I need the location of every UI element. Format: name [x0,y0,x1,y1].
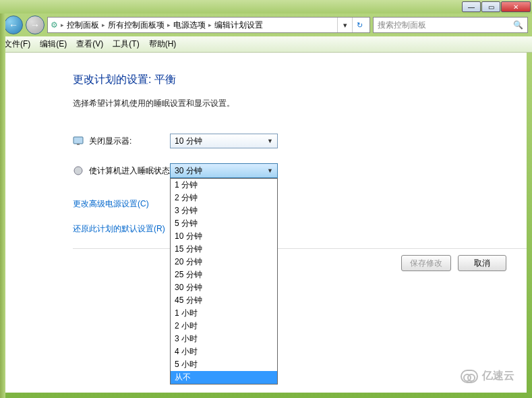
dropdown-option[interactable]: 3 分钟 [171,204,277,217]
advanced-settings-link[interactable]: 更改高级电源设置(C) [73,198,527,210]
dropdown-option[interactable]: 5 分钟 [171,217,277,230]
setting-row-sleep: 使计算机进入睡眠状态: 30 分钟 ▼ 1 分钟2 分钟3 分钟5 分钟10 分… [73,163,527,178]
moon-icon [73,165,84,176]
display-off-combo[interactable]: 10 分钟 ▼ [170,134,278,148]
address-bar[interactable]: ⚙ ▸ 控制面板 ▸ 所有控制面板项 ▸ 电源选项 ▸ 编辑计划设置 ▾ ↻ [47,17,370,33]
dropdown-option[interactable]: 2 分钟 [171,192,277,204]
setting-row-display: 关闭显示器: 10 分钟 ▼ [73,134,527,148]
dropdown-option[interactable]: 5 小时 [171,358,277,371]
dropdown-option[interactable]: 1 分钟 [171,179,277,192]
chevron-down-icon: ▼ [267,138,273,144]
save-button[interactable]: 保存修改 [401,255,451,271]
refresh-button[interactable]: ↻ [352,18,367,32]
dropdown-option[interactable]: 25 分钟 [171,268,277,281]
dropdown-option[interactable]: 2 小时 [171,320,277,333]
dropdown-option[interactable]: 10 分钟 [171,230,277,243]
dropdown-option[interactable]: 30 分钟 [171,281,277,294]
sleep-combo[interactable]: 30 分钟 ▼ 1 分钟2 分钟3 分钟5 分钟10 分钟15 分钟20 分钟2… [170,163,278,178]
search-input[interactable]: 搜索控制面板 🔍 [373,17,528,33]
navigation-row: ← → ⚙ ▸ 控制面板 ▸ 所有控制面板项 ▸ 电源选项 ▸ 编辑计划设置 ▾… [0,13,532,36]
svg-point-2 [74,167,82,175]
chevron-down-icon: ▼ [267,167,273,174]
search-icon[interactable]: 🔍 [513,20,523,30]
maximize-button[interactable]: ▭ [481,1,500,12]
dropdown-option[interactable]: 20 分钟 [171,256,277,268]
watermark: 亿速云 [461,369,514,383]
monitor-icon [73,136,84,146]
menu-tools[interactable]: 工具(T) [113,38,139,50]
menu-file[interactable]: 文件(F) [4,38,30,50]
close-button[interactable]: ✕ [501,1,531,12]
svg-rect-0 [73,137,83,144]
dropdown-option[interactable]: 15 分钟 [171,243,277,256]
menu-bar: 文件(F) 编辑(E) 查看(V) 工具(T) 帮助(H) [0,36,532,53]
search-placeholder: 搜索控制面板 [378,20,426,31]
menu-edit[interactable]: 编辑(E) [40,38,67,50]
menu-view[interactable]: 查看(V) [76,38,103,50]
dropdown-option[interactable]: 1 小时 [171,307,277,320]
menu-help[interactable]: 帮助(H) [149,38,177,50]
breadcrumb[interactable]: 控制面板 [67,20,99,31]
titlebar: — ▭ ✕ [0,0,532,13]
breadcrumb[interactable]: 编辑计划设置 [214,20,263,31]
back-button[interactable]: ← [4,16,23,34]
breadcrumb[interactable]: 所有控制面板项 [108,20,165,31]
sleep-label: 使计算机进入睡眠状态: [89,165,183,177]
minimize-button[interactable]: — [462,1,481,12]
address-dropdown-button[interactable]: ▾ [337,18,352,32]
cancel-button[interactable]: 取消 [458,255,506,271]
sleep-dropdown: 1 分钟2 分钟3 分钟5 分钟10 分钟15 分钟20 分钟25 分钟30 分… [170,178,278,385]
dropdown-option[interactable]: 从不 [171,371,277,384]
control-panel-icon: ⚙ [51,20,58,30]
page-description: 选择希望计算机使用的睡眠设置和显示设置。 [73,98,527,109]
forward-button[interactable]: → [26,16,45,34]
page-title: 更改计划的设置: 平衡 [73,73,527,87]
watermark-logo-icon [461,370,478,383]
dropdown-option[interactable]: 3 小时 [171,333,277,345]
breadcrumb[interactable]: 电源选项 [173,20,206,31]
restore-defaults-link[interactable]: 还原此计划的默认设置(R) [73,223,527,235]
dropdown-option[interactable]: 45 分钟 [171,294,277,307]
display-off-label: 关闭显示器: [89,136,170,147]
content-area: 更改计划的设置: 平衡 选择希望计算机使用的睡眠设置和显示设置。 关闭显示器: … [5,53,527,393]
dropdown-option[interactable]: 4 小时 [171,345,277,358]
svg-rect-1 [77,144,80,145]
